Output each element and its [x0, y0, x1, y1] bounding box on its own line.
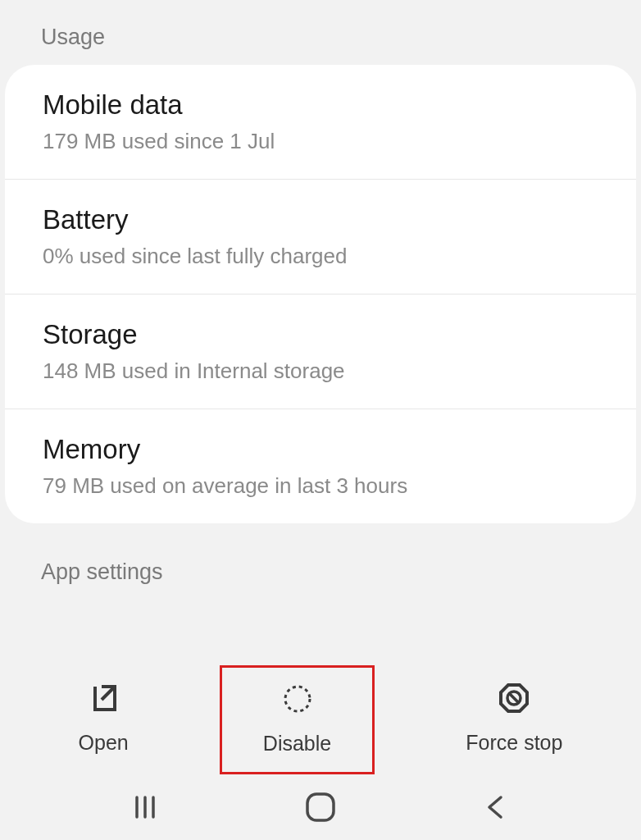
storage-item[interactable]: Storage 148 MB used in Internal storage	[5, 294, 636, 409]
mobile-data-item[interactable]: Mobile data 179 MB used since 1 Jul	[5, 65, 636, 180]
memory-title: Memory	[43, 434, 598, 465]
disable-button[interactable]: Disable	[220, 665, 375, 774]
open-label: Open	[79, 731, 129, 755]
storage-title: Storage	[43, 319, 598, 350]
usage-section-header: Usage	[0, 0, 641, 65]
usage-card: Mobile data 179 MB used since 1 Jul Batt…	[5, 65, 636, 523]
mobile-data-title: Mobile data	[43, 89, 598, 121]
battery-item[interactable]: Battery 0% used since last fully charged	[5, 180, 636, 294]
svg-line-3	[509, 693, 519, 703]
disable-label: Disable	[263, 732, 331, 756]
force-stop-button[interactable]: Force stop	[433, 665, 595, 774]
battery-title: Battery	[43, 204, 598, 235]
force-stop-label: Force stop	[466, 731, 562, 755]
navigation-bar	[0, 774, 641, 840]
force-stop-icon	[496, 680, 532, 716]
memory-subtitle: 79 MB used on average in last 3 hours	[43, 473, 598, 499]
back-nav-icon[interactable]	[475, 787, 516, 828]
disable-icon	[280, 681, 316, 717]
home-nav-icon[interactable]	[300, 787, 341, 828]
app-settings-section-header: App settings	[0, 523, 641, 585]
mobile-data-subtitle: 179 MB used since 1 Jul	[43, 129, 598, 154]
battery-subtitle: 0% used since last fully charged	[43, 244, 598, 269]
action-bar: Open Disable Force stop	[0, 665, 641, 774]
open-button[interactable]: Open	[46, 665, 161, 774]
svg-rect-7	[307, 794, 334, 820]
storage-subtitle: 148 MB used in Internal storage	[43, 358, 598, 384]
open-icon	[85, 680, 121, 716]
svg-point-0	[285, 687, 310, 711]
memory-item[interactable]: Memory 79 MB used on average in last 3 h…	[5, 409, 636, 523]
recents-nav-icon[interactable]	[125, 787, 166, 828]
